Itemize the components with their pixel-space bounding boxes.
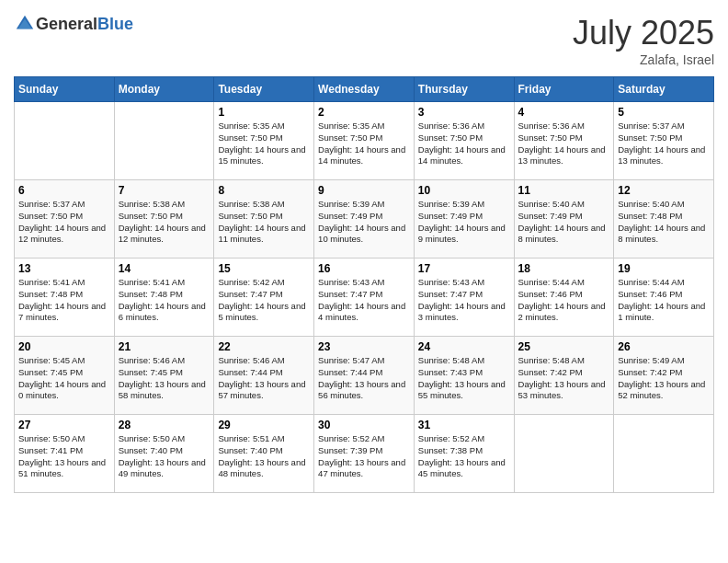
logo-general: GeneralBlue bbox=[36, 15, 133, 34]
calendar-cell: 12Sunrise: 5:40 AM Sunset: 7:48 PM Dayli… bbox=[614, 180, 714, 259]
day-number: 1 bbox=[218, 106, 310, 119]
day-number: 8 bbox=[218, 184, 310, 197]
calendar-cell: 20Sunrise: 5:45 AM Sunset: 7:45 PM Dayli… bbox=[15, 337, 115, 415]
calendar-cell: 21Sunrise: 5:46 AM Sunset: 7:45 PM Dayli… bbox=[114, 337, 214, 415]
day-number: 16 bbox=[318, 262, 410, 275]
calendar-cell: 23Sunrise: 5:47 AM Sunset: 7:44 PM Dayli… bbox=[314, 337, 415, 415]
day-info: Sunrise: 5:47 AM Sunset: 7:44 PM Dayligh… bbox=[318, 355, 410, 402]
day-info: Sunrise: 5:48 AM Sunset: 7:42 PM Dayligh… bbox=[518, 355, 610, 402]
day-info: Sunrise: 5:46 AM Sunset: 7:44 PM Dayligh… bbox=[218, 355, 310, 402]
day-number: 4 bbox=[518, 106, 610, 119]
day-number: 31 bbox=[418, 419, 510, 431]
day-number: 3 bbox=[418, 106, 510, 119]
calendar-cell: 16Sunrise: 5:43 AM Sunset: 7:47 PM Dayli… bbox=[314, 259, 415, 337]
day-number: 12 bbox=[618, 184, 710, 197]
calendar-cell: 26Sunrise: 5:49 AM Sunset: 7:42 PM Dayli… bbox=[614, 337, 714, 415]
calendar-cell: 25Sunrise: 5:48 AM Sunset: 7:42 PM Dayli… bbox=[514, 337, 614, 415]
day-info: Sunrise: 5:39 AM Sunset: 7:49 PM Dayligh… bbox=[418, 199, 510, 246]
calendar-week-row: 1Sunrise: 5:35 AM Sunset: 7:50 PM Daylig… bbox=[15, 102, 714, 180]
day-number: 19 bbox=[618, 262, 710, 275]
day-number: 6 bbox=[18, 184, 110, 197]
day-info: Sunrise: 5:45 AM Sunset: 7:45 PM Dayligh… bbox=[18, 355, 110, 402]
calendar-cell: 4Sunrise: 5:36 AM Sunset: 7:50 PM Daylig… bbox=[514, 102, 614, 180]
day-number: 22 bbox=[218, 340, 310, 353]
calendar-cell: 11Sunrise: 5:40 AM Sunset: 7:49 PM Dayli… bbox=[514, 180, 614, 259]
day-info: Sunrise: 5:41 AM Sunset: 7:48 PM Dayligh… bbox=[119, 277, 210, 324]
calendar-cell bbox=[15, 102, 115, 180]
weekday-header: Tuesday bbox=[214, 77, 314, 102]
day-info: Sunrise: 5:50 AM Sunset: 7:41 PM Dayligh… bbox=[18, 433, 110, 480]
calendar-cell: 29Sunrise: 5:51 AM Sunset: 7:40 PM Dayli… bbox=[214, 415, 314, 493]
day-number: 21 bbox=[119, 340, 210, 353]
calendar-cell: 7Sunrise: 5:38 AM Sunset: 7:50 PM Daylig… bbox=[114, 180, 214, 259]
calendar-cell: 24Sunrise: 5:48 AM Sunset: 7:43 PM Dayli… bbox=[414, 337, 514, 415]
day-info: Sunrise: 5:44 AM Sunset: 7:46 PM Dayligh… bbox=[618, 277, 710, 324]
calendar-cell: 10Sunrise: 5:39 AM Sunset: 7:49 PM Dayli… bbox=[414, 180, 514, 259]
calendar-cell: 1Sunrise: 5:35 AM Sunset: 7:50 PM Daylig… bbox=[214, 102, 314, 180]
day-number: 14 bbox=[119, 262, 210, 275]
calendar-header: SundayMondayTuesdayWednesdayThursdayFrid… bbox=[15, 77, 714, 102]
calendar-cell bbox=[514, 415, 614, 493]
day-number: 2 bbox=[318, 106, 410, 119]
calendar-week-row: 20Sunrise: 5:45 AM Sunset: 7:45 PM Dayli… bbox=[15, 337, 714, 415]
day-info: Sunrise: 5:44 AM Sunset: 7:46 PM Dayligh… bbox=[518, 277, 610, 324]
location: Zalafa, Israel bbox=[573, 52, 714, 67]
calendar-cell: 14Sunrise: 5:41 AM Sunset: 7:48 PM Dayli… bbox=[114, 259, 214, 337]
day-info: Sunrise: 5:42 AM Sunset: 7:47 PM Dayligh… bbox=[218, 277, 310, 324]
day-number: 5 bbox=[618, 106, 710, 119]
calendar-cell bbox=[114, 102, 214, 180]
day-info: Sunrise: 5:37 AM Sunset: 7:50 PM Dayligh… bbox=[618, 121, 710, 167]
calendar-cell: 27Sunrise: 5:50 AM Sunset: 7:41 PM Dayli… bbox=[15, 415, 115, 493]
day-number: 27 bbox=[18, 419, 110, 431]
calendar-cell: 19Sunrise: 5:44 AM Sunset: 7:46 PM Dayli… bbox=[614, 259, 714, 337]
day-number: 25 bbox=[518, 340, 610, 353]
calendar-table: SundayMondayTuesdayWednesdayThursdayFrid… bbox=[14, 76, 714, 493]
day-info: Sunrise: 5:36 AM Sunset: 7:50 PM Dayligh… bbox=[518, 121, 610, 167]
header-row: SundayMondayTuesdayWednesdayThursdayFrid… bbox=[15, 77, 714, 102]
day-info: Sunrise: 5:43 AM Sunset: 7:47 PM Dayligh… bbox=[318, 277, 410, 324]
calendar-cell: 2Sunrise: 5:35 AM Sunset: 7:50 PM Daylig… bbox=[314, 102, 415, 180]
day-number: 7 bbox=[119, 184, 210, 197]
day-number: 18 bbox=[518, 262, 610, 275]
calendar-cell: 15Sunrise: 5:42 AM Sunset: 7:47 PM Dayli… bbox=[214, 259, 314, 337]
calendar-cell: 31Sunrise: 5:52 AM Sunset: 7:38 PM Dayli… bbox=[414, 415, 514, 493]
calendar-cell bbox=[614, 415, 714, 493]
day-number: 20 bbox=[18, 340, 110, 353]
day-info: Sunrise: 5:52 AM Sunset: 7:38 PM Dayligh… bbox=[418, 433, 510, 480]
day-number: 17 bbox=[418, 262, 510, 275]
calendar-cell: 5Sunrise: 5:37 AM Sunset: 7:50 PM Daylig… bbox=[614, 102, 714, 180]
day-number: 23 bbox=[318, 340, 410, 353]
day-number: 9 bbox=[318, 184, 410, 197]
day-info: Sunrise: 5:40 AM Sunset: 7:49 PM Dayligh… bbox=[518, 199, 610, 246]
day-number: 11 bbox=[518, 184, 610, 197]
weekday-header: Friday bbox=[514, 77, 614, 102]
calendar-cell: 3Sunrise: 5:36 AM Sunset: 7:50 PM Daylig… bbox=[414, 102, 514, 180]
month-title: July 2025 bbox=[573, 14, 714, 52]
day-number: 10 bbox=[418, 184, 510, 197]
day-number: 29 bbox=[218, 419, 310, 431]
day-number: 24 bbox=[418, 340, 510, 353]
day-info: Sunrise: 5:38 AM Sunset: 7:50 PM Dayligh… bbox=[119, 199, 210, 246]
day-info: Sunrise: 5:46 AM Sunset: 7:45 PM Dayligh… bbox=[119, 355, 210, 402]
day-info: Sunrise: 5:40 AM Sunset: 7:48 PM Dayligh… bbox=[618, 199, 710, 246]
day-info: Sunrise: 5:39 AM Sunset: 7:49 PM Dayligh… bbox=[318, 199, 410, 246]
weekday-header: Monday bbox=[114, 77, 214, 102]
day-info: Sunrise: 5:49 AM Sunset: 7:42 PM Dayligh… bbox=[618, 355, 710, 402]
weekday-header: Thursday bbox=[414, 77, 514, 102]
weekday-header: Wednesday bbox=[314, 77, 415, 102]
day-number: 26 bbox=[618, 340, 710, 353]
calendar-week-row: 6Sunrise: 5:37 AM Sunset: 7:50 PM Daylig… bbox=[15, 180, 714, 259]
calendar-cell: 6Sunrise: 5:37 AM Sunset: 7:50 PM Daylig… bbox=[15, 180, 115, 259]
calendar-cell: 17Sunrise: 5:43 AM Sunset: 7:47 PM Dayli… bbox=[414, 259, 514, 337]
calendar-cell: 13Sunrise: 5:41 AM Sunset: 7:48 PM Dayli… bbox=[15, 259, 115, 337]
weekday-header: Sunday bbox=[15, 77, 115, 102]
day-info: Sunrise: 5:48 AM Sunset: 7:43 PM Dayligh… bbox=[418, 355, 510, 402]
day-info: Sunrise: 5:35 AM Sunset: 7:50 PM Dayligh… bbox=[218, 121, 310, 167]
logo: GeneralBlue bbox=[14, 14, 133, 34]
calendar-cell: 8Sunrise: 5:38 AM Sunset: 7:50 PM Daylig… bbox=[214, 180, 314, 259]
day-number: 30 bbox=[318, 419, 410, 431]
calendar-cell: 28Sunrise: 5:50 AM Sunset: 7:40 PM Dayli… bbox=[114, 415, 214, 493]
day-info: Sunrise: 5:52 AM Sunset: 7:39 PM Dayligh… bbox=[318, 433, 410, 480]
logo-icon bbox=[15, 14, 35, 34]
day-info: Sunrise: 5:51 AM Sunset: 7:40 PM Dayligh… bbox=[218, 433, 310, 480]
